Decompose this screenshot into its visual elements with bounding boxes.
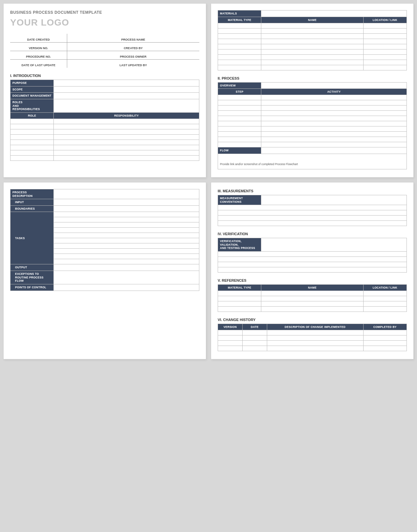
task-cell — [54, 217, 199, 222]
table-cell — [218, 252, 407, 257]
table-cell — [267, 335, 363, 341]
table-cell — [267, 341, 363, 346]
table-cell — [363, 296, 407, 301]
table-cell — [218, 221, 407, 226]
row-roles-resp: ROLES AND RESPONSIBILITIES — [10, 99, 54, 112]
meta-version-no: VERSION NO. — [10, 42, 67, 51]
roles-resp-value — [54, 99, 199, 112]
col-step: STEP — [218, 89, 261, 95]
table-cell — [218, 44, 261, 49]
step-cell — [218, 95, 261, 100]
table-cell — [218, 65, 261, 70]
table-cell — [363, 346, 407, 351]
resp-cell — [54, 119, 199, 124]
activity-cell — [261, 121, 407, 126]
task-cell — [54, 243, 199, 249]
table-cell — [261, 60, 363, 65]
meta-created-by: CREATED BY — [67, 42, 199, 51]
activity-cell — [261, 142, 407, 147]
task-cell — [54, 249, 199, 254]
step-cell — [218, 142, 261, 147]
section-references: V. REFERENCES — [218, 278, 407, 282]
table-cell — [267, 346, 363, 351]
table-cell — [218, 267, 407, 273]
row-materials: MATERIALS — [218, 10, 261, 17]
task-cell — [54, 259, 199, 264]
table-cell — [242, 330, 267, 335]
row-measurement-conv: MEASUREMENT CONVENTIONS — [218, 195, 261, 205]
points-control-value — [54, 284, 199, 291]
table-cell — [218, 301, 261, 307]
resp-cell — [54, 134, 199, 140]
process-description-table: PROCESS DESCRIPTION INPUT BOUNDARIES TAS… — [10, 189, 199, 291]
row-doc-mgmt: DOCUMENT MANAGEMENT — [10, 93, 54, 99]
step-cell — [218, 137, 261, 142]
table-cell — [218, 60, 261, 65]
introduction-table: PURPOSE SCOPE DOCUMENT MANAGEMENT ROLES … — [10, 80, 199, 161]
table-cell — [261, 301, 363, 307]
purpose-value — [54, 80, 199, 86]
exceptions-value — [54, 271, 199, 284]
step-cell — [218, 105, 261, 111]
overview-value — [261, 82, 407, 89]
page-3: PROCESS DESCRIPTION INPUT BOUNDARIES TAS… — [3, 182, 206, 359]
table-cell — [261, 44, 363, 49]
table-cell — [218, 335, 243, 341]
col-role: ROLE — [10, 112, 54, 119]
table-cell — [218, 33, 261, 39]
materials-value — [261, 10, 407, 17]
step-cell — [218, 126, 261, 132]
table-cell — [363, 65, 407, 70]
meta-procedure-no: PROCEDURE NO. — [10, 51, 67, 59]
table-cell — [218, 307, 261, 312]
references-table: MATERIAL TYPE NAME LOCATION / LINK — [218, 284, 407, 312]
step-cell — [218, 100, 261, 105]
table-cell — [363, 291, 407, 296]
role-cell — [10, 145, 54, 150]
row-points-control: POINTS OF CONTROL — [10, 284, 54, 291]
change-history-table: VERSION DATE DESCRIPTION OF CHANGE IMPLE… — [218, 324, 407, 351]
activity-cell — [261, 105, 407, 111]
table-cell — [261, 54, 363, 60]
table-cell — [363, 44, 407, 49]
resp-cell — [54, 150, 199, 155]
row-overview: OVERVIEW — [218, 82, 261, 89]
row-exceptions: EXCEPTIONS TO ROUTINE PROCESS FLOW — [10, 271, 54, 284]
resp-cell — [54, 124, 199, 129]
section-introduction: I. INTRODUCTION — [10, 74, 199, 78]
row-scope: SCOPE — [10, 86, 54, 93]
task-cell — [54, 222, 199, 228]
document-grid: BUSINESS PROCESS DOCUMENT TEMPLATE YOUR … — [3, 3, 414, 359]
table-cell — [218, 262, 407, 267]
task-cell — [54, 238, 199, 243]
table-cell — [363, 33, 407, 39]
table-cell — [242, 335, 267, 341]
col-ch-date: DATE — [242, 324, 267, 330]
table-cell — [218, 257, 407, 262]
table-cell — [261, 296, 363, 301]
table-cell — [363, 60, 407, 65]
activity-cell — [261, 111, 407, 116]
section-change-history: VI. CHANGE HISTORY — [218, 318, 407, 322]
role-cell — [10, 134, 54, 140]
role-cell — [10, 140, 54, 145]
step-cell — [218, 121, 261, 126]
table-cell — [218, 210, 407, 216]
role-cell — [10, 119, 54, 124]
boundaries-value — [54, 205, 199, 212]
col-material-loc: LOCATION / LINK — [363, 17, 407, 23]
step-cell — [218, 116, 261, 121]
resp-cell — [54, 155, 199, 161]
meta-table: DATE CREATED PROCESS NAME VERSION NO. CR… — [10, 34, 199, 68]
table-cell — [218, 291, 261, 296]
input-value — [54, 199, 199, 206]
table-cell — [218, 28, 261, 33]
meta-date-created: DATE CREATED — [10, 34, 67, 42]
page-2: MATERIALS MATERIAL TYPE NAME LOCATION / … — [211, 3, 414, 178]
col-ref-type: MATERIAL TYPE — [218, 285, 261, 291]
col-ch-version: VERSION — [218, 324, 243, 330]
table-cell — [218, 296, 261, 301]
meta-process-owner: PROCESS OWNER — [67, 51, 199, 59]
row-process-desc: PROCESS DESCRIPTION — [10, 189, 54, 199]
table-cell — [218, 346, 243, 351]
